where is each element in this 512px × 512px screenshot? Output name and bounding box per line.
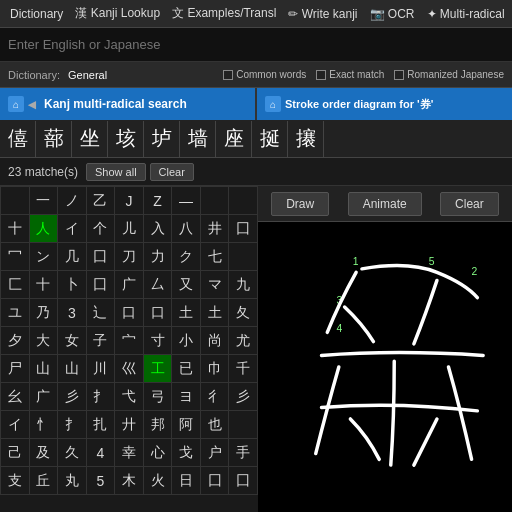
table-row[interactable] (229, 411, 258, 439)
table-row[interactable]: 儿 (115, 215, 144, 243)
kanji-char-7[interactable]: 挻 (252, 121, 288, 157)
table-row[interactable]: 口 (115, 299, 144, 327)
table-row[interactable]: ヨ (172, 383, 201, 411)
table-row[interactable]: 4 (86, 439, 115, 467)
table-row[interactable]: 女 (58, 327, 87, 355)
table-row[interactable]: 尸 (1, 355, 30, 383)
table-row[interactable]: 弋 (115, 383, 144, 411)
table-row[interactable]: 夕 (1, 327, 30, 355)
table-row[interactable]: 扎 (86, 411, 115, 439)
table-row[interactable]: 彳 (200, 383, 229, 411)
table-row[interactable]: 戈 (172, 439, 201, 467)
search-input[interactable] (8, 37, 504, 52)
table-row[interactable]: 个 (86, 215, 115, 243)
table-row[interactable]: 九 (229, 271, 258, 299)
table-row[interactable]: 辶 (86, 299, 115, 327)
table-row[interactable] (229, 243, 258, 271)
table-row[interactable]: 十 (1, 215, 30, 243)
kanji-char-3[interactable]: 垓 (108, 121, 144, 157)
table-row[interactable]: 幺 (1, 383, 30, 411)
table-row[interactable]: 扌 (58, 411, 87, 439)
table-row[interactable]: 巛 (115, 355, 144, 383)
nav-write[interactable]: ✏ Write kanji (282, 5, 363, 23)
table-row[interactable]: 入 (143, 215, 172, 243)
common-words-checkbox[interactable] (223, 70, 233, 80)
left-home-icon[interactable]: ⌂ (8, 96, 24, 112)
table-row[interactable]: 巾 (200, 355, 229, 383)
romanized-checkbox[interactable] (394, 70, 404, 80)
right-home-icon[interactable]: ⌂ (265, 96, 281, 112)
nav-dictionary[interactable]: Dictionary (4, 5, 69, 23)
table-row[interactable]: 5 (86, 467, 115, 495)
table-row[interactable]: 久 (58, 439, 87, 467)
animate-button[interactable]: Animate (348, 192, 422, 216)
table-row[interactable]: 已 (172, 355, 201, 383)
kanji-char-2[interactable]: 坐 (72, 121, 108, 157)
table-row[interactable]: 一 (29, 187, 58, 215)
table-row[interactable]: マ (200, 271, 229, 299)
table-row[interactable]: 十 (29, 271, 58, 299)
clear-stroke-button[interactable]: Clear (440, 192, 499, 216)
table-row[interactable]: 卜 (58, 271, 87, 299)
table-row[interactable]: 大 (29, 327, 58, 355)
table-row[interactable]: 3 (58, 299, 87, 327)
table-row[interactable]: 小 (172, 327, 201, 355)
table-row[interactable]: 彡 (58, 383, 87, 411)
table-row[interactable]: 幸 (115, 439, 144, 467)
table-row[interactable]: イ (1, 411, 30, 439)
table-row[interactable]: 七 (200, 243, 229, 271)
table-row[interactable]: Z (143, 187, 172, 215)
table-row[interactable]: 力 (143, 243, 172, 271)
table-row[interactable] (200, 187, 229, 215)
table-row[interactable]: 日 (172, 467, 201, 495)
kanji-char-1[interactable]: 蔀 (36, 121, 72, 157)
table-row[interactable]: 宀 (115, 327, 144, 355)
kanji-char-4[interactable]: 垆 (144, 121, 180, 157)
nav-ocr[interactable]: 📷 OCR (364, 5, 421, 23)
table-row[interactable]: 支 (1, 467, 30, 495)
table-row[interactable]: 尚 (200, 327, 229, 355)
kanji-char-8[interactable]: 攐 (288, 121, 324, 157)
table-row[interactable]: 户 (200, 439, 229, 467)
table-row[interactable]: 匚 (1, 271, 30, 299)
table-row[interactable]: ク (172, 243, 201, 271)
kanji-char-6[interactable]: 座 (216, 121, 252, 157)
table-row[interactable]: 丘 (29, 467, 58, 495)
exact-match-option[interactable]: Exact match (316, 69, 384, 80)
table-row[interactable]: — (172, 187, 201, 215)
table-row[interactable]: 囗 (200, 467, 229, 495)
table-row[interactable]: 川 (86, 355, 115, 383)
table-row[interactable]: ユ (1, 299, 30, 327)
table-row[interactable]: 口 (143, 299, 172, 327)
table-row[interactable]: 山 (58, 355, 87, 383)
table-row[interactable] (229, 187, 258, 215)
table-row[interactable]: 几 (58, 243, 87, 271)
table-row[interactable]: 弓 (143, 383, 172, 411)
romanized-option[interactable]: Romanized Japanese (394, 69, 504, 80)
table-row[interactable]: 木 (115, 467, 144, 495)
table-row[interactable]: 乙 (86, 187, 115, 215)
table-row[interactable]: 又 (172, 271, 201, 299)
table-row[interactable]: 乃 (29, 299, 58, 327)
table-row[interactable]: 彡 (229, 383, 258, 411)
table-row[interactable]: 八 (172, 215, 201, 243)
table-row[interactable]: 丸 (58, 467, 87, 495)
table-row[interactable]: 山 (29, 355, 58, 383)
table-row[interactable]: 广 (29, 383, 58, 411)
draw-button[interactable]: Draw (271, 192, 329, 216)
table-row[interactable]: 囗 (86, 243, 115, 271)
table-row[interactable]: 刀 (115, 243, 144, 271)
nav-kanji-lookup[interactable]: 漢 Kanji Lookup (69, 3, 166, 24)
table-row[interactable]: 囗 (229, 215, 258, 243)
table-row[interactable]: 土 (172, 299, 201, 327)
table-row[interactable] (1, 187, 30, 215)
table-row[interactable]: 囗 (229, 467, 258, 495)
table-row[interactable]: ノ (58, 187, 87, 215)
table-row[interactable]: 工 (143, 355, 172, 383)
table-row[interactable]: 厶 (143, 271, 172, 299)
clear-results-button[interactable]: Clear (150, 163, 194, 181)
table-row[interactable]: 人 (29, 215, 58, 243)
table-row[interactable]: 阿 (172, 411, 201, 439)
kanji-char-5[interactable]: 墙 (180, 121, 216, 157)
left-back-icon[interactable]: ◀ (28, 99, 36, 110)
